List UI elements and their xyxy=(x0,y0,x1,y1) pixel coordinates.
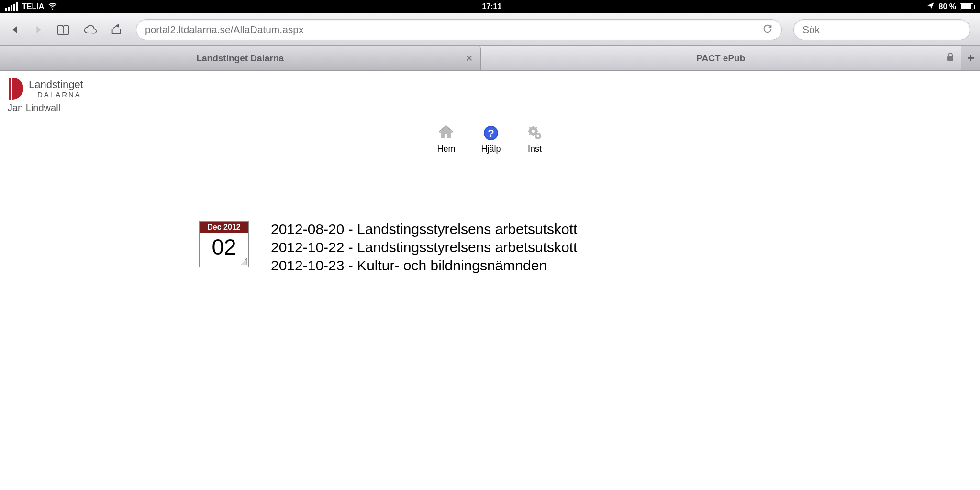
nav-help-label: Hjälp xyxy=(481,144,501,154)
event-item[interactable]: 2012-08-20 - Landstingsstyrelsens arbets… xyxy=(271,221,577,237)
battery-icon xyxy=(960,3,975,10)
browser-toolbar: portal2.ltdalarna.se/AllaDatum.aspx xyxy=(0,13,980,46)
carrier-label: TELIA xyxy=(22,2,44,11)
calendar-widget[interactable]: Dec 2012 02 xyxy=(199,221,249,267)
site-header: Landstinget DALARNA Jan Lindwall xyxy=(8,77,972,113)
tab-pact-epub[interactable]: PACT ePub xyxy=(481,46,961,70)
logo-line1: Landstinget xyxy=(29,79,83,90)
url-text: portal2.ltdalarna.se/AllaDatum.aspx xyxy=(145,24,762,35)
bookmarks-button[interactable] xyxy=(56,23,71,36)
event-item[interactable]: 2012-10-22 - Landstingsstyrelsens arbets… xyxy=(271,239,577,256)
add-tab-button[interactable]: + xyxy=(961,46,980,70)
tab-bar: Landstinget Dalarna ✕ PACT ePub + xyxy=(0,46,980,71)
battery-percentage: 80 % xyxy=(939,2,956,11)
help-icon: ? xyxy=(483,125,499,141)
tab-label: PACT ePub xyxy=(696,53,745,64)
close-icon[interactable]: ✕ xyxy=(466,53,473,64)
nav-help[interactable]: ? Hjälp xyxy=(481,125,501,154)
lock-icon xyxy=(947,53,954,64)
location-icon xyxy=(926,1,935,12)
reload-button[interactable] xyxy=(762,23,773,36)
signal-icon xyxy=(5,2,18,11)
tab-label: Landstinget Dalarna xyxy=(196,53,284,64)
gear-icon xyxy=(527,125,543,141)
nav-home-label: Hem xyxy=(437,144,455,154)
clock: 17:11 xyxy=(57,2,926,11)
svg-text:?: ? xyxy=(488,127,494,139)
username-label: Jan Lindwall xyxy=(8,102,972,113)
url-bar[interactable]: portal2.ltdalarna.se/AllaDatum.aspx xyxy=(136,19,782,40)
svg-point-5 xyxy=(532,130,535,133)
share-button[interactable] xyxy=(109,23,124,36)
status-bar: TELIA 17:11 80 % xyxy=(0,0,980,13)
nav-settings-label: Inst xyxy=(528,144,542,154)
page-nav: Hem ? Hjälp Inst xyxy=(8,125,972,154)
back-button[interactable] xyxy=(10,24,21,35)
home-icon xyxy=(438,125,454,141)
calendar-month: Dec 2012 xyxy=(200,222,248,233)
page-curl-icon xyxy=(240,258,247,265)
nav-home[interactable]: Hem xyxy=(437,125,455,154)
event-list: 2012-08-20 - Landstingsstyrelsens arbets… xyxy=(271,221,577,274)
forward-button xyxy=(33,24,44,35)
wifi-icon xyxy=(48,1,57,12)
svg-point-7 xyxy=(536,135,539,137)
cloud-button[interactable] xyxy=(82,23,98,36)
nav-settings[interactable]: Inst xyxy=(527,125,543,154)
search-bar[interactable] xyxy=(793,19,970,40)
search-input[interactable] xyxy=(802,24,961,35)
event-item[interactable]: 2012-10-23 - Kultur- och bildningsnämnde… xyxy=(271,257,577,274)
logo-line2: DALARNA xyxy=(37,91,83,98)
svg-rect-0 xyxy=(947,56,953,61)
landstinget-logo-icon xyxy=(8,77,24,100)
tab-landstinget[interactable]: Landstinget Dalarna ✕ xyxy=(0,46,481,70)
